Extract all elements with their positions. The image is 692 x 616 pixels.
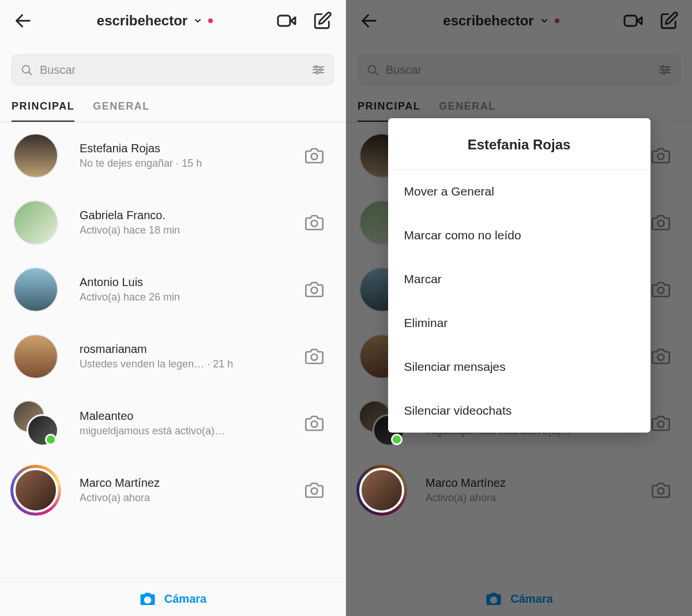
- conversation-timestamp: 21 h: [213, 358, 233, 370]
- filter-icon[interactable]: [311, 63, 325, 77]
- phone-direct-inbox-context: escribehector PRINCIPAL GENE: [346, 0, 692, 616]
- search-wrap: [0, 42, 345, 91]
- svg-point-3: [22, 66, 30, 73]
- conversation-subtitle: Activo(a) hace 26 min: [80, 291, 296, 303]
- svg-point-12: [311, 220, 318, 227]
- conversation-row[interactable]: Estefania RojasNo te dejes engañar · 15 …: [0, 122, 345, 189]
- svg-point-16: [311, 488, 318, 494]
- context-menu-item[interactable]: Marcar como no leído: [388, 213, 650, 257]
- conversation-timestamp: 15 h: [182, 157, 202, 169]
- phone-direct-inbox: escribehector PRINCIPAL GENE: [0, 0, 346, 616]
- conversation-name: rosmarianam: [80, 343, 296, 356]
- conversation-meta: rosmarianamUstedes venden la legen… · 21…: [80, 343, 296, 370]
- svg-marker-2: [291, 17, 296, 24]
- quick-camera-icon[interactable]: [305, 213, 333, 232]
- svg-point-8: [319, 69, 322, 71]
- search-input[interactable]: [40, 63, 304, 77]
- svg-point-6: [315, 66, 317, 68]
- quick-camera-icon[interactable]: [305, 147, 333, 165]
- conversation-subtitle: migueldjamous está activo(a)…: [80, 425, 296, 437]
- presence-dot-icon: [45, 434, 57, 445]
- avatar[interactable]: [13, 133, 59, 179]
- conversation-name: Marco Martínez: [80, 476, 296, 490]
- search-bar[interactable]: [12, 54, 334, 85]
- svg-point-10: [316, 72, 318, 74]
- svg-point-15: [311, 421, 318, 427]
- back-arrow-icon[interactable]: [13, 10, 33, 31]
- conversation-list: Estefania RojasNo te dejes engañar · 15 …: [0, 122, 345, 581]
- conversation-name: Antonio Luis: [80, 276, 296, 289]
- side-by-side-stage: escribehector PRINCIPAL GENE: [0, 0, 692, 616]
- username: escribehector: [97, 13, 187, 29]
- svg-line-4: [29, 72, 31, 74]
- quick-camera-icon[interactable]: [305, 347, 333, 366]
- account-switcher[interactable]: escribehector: [97, 13, 213, 29]
- conversation-name: Gabriela Franco.: [80, 209, 296, 222]
- conversation-row[interactable]: Maleanteomigueldjamous está activo(a)…: [0, 390, 345, 457]
- context-menu-item[interactable]: Marcar: [388, 257, 650, 301]
- presence-dot-icon: [391, 434, 403, 445]
- compose-icon[interactable]: [312, 10, 333, 31]
- conversation-row[interactable]: Antonio LuisActivo(a) hace 26 min: [0, 256, 345, 323]
- conversation-row[interactable]: Gabriela Franco.Activo(a) hace 18 min: [0, 189, 345, 256]
- conversation-row[interactable]: rosmarianamUstedes venden la legen… · 21…: [0, 323, 345, 390]
- context-menu-item[interactable]: Eliminar: [388, 301, 650, 345]
- topbar: escribehector: [0, 0, 345, 42]
- conversation-subtitle: Activo(a) hace 18 min: [80, 224, 296, 236]
- avatar[interactable]: [13, 400, 59, 446]
- svg-point-11: [311, 153, 318, 160]
- avatar[interactable]: [13, 266, 59, 313]
- tab-principal[interactable]: PRINCIPAL: [12, 100, 74, 122]
- context-menu-title: Estefania Rojas: [388, 118, 650, 169]
- svg-rect-1: [278, 16, 290, 26]
- camera-footer-label: Cámara: [164, 592, 206, 606]
- conversation-meta: Maleanteomigueldjamous está activo(a)…: [80, 410, 296, 437]
- context-menu: Estefania Rojas Mover a GeneralMarcar co…: [388, 118, 650, 433]
- tab-general[interactable]: GENERAL: [93, 100, 150, 122]
- conversation-subtitle: No te dejes engañar · 15 h: [80, 157, 296, 170]
- conversation-row[interactable]: Marco MartínezActivo(a) ahora: [0, 457, 345, 524]
- camera-footer[interactable]: Cámara: [0, 581, 345, 616]
- quick-camera-icon[interactable]: [305, 280, 333, 299]
- conversation-name: Estefania Rojas: [80, 142, 296, 155]
- conversation-meta: Gabriela Franco.Activo(a) hace 18 min: [80, 209, 296, 236]
- context-menu-item[interactable]: Silenciar mensajes: [388, 345, 650, 389]
- search-icon: [20, 63, 33, 76]
- topbar-actions: [276, 10, 333, 31]
- quick-camera-icon[interactable]: [305, 481, 333, 499]
- context-menu-item[interactable]: Mover a General: [388, 170, 650, 213]
- conversation-name: Maleanteo: [80, 410, 296, 423]
- tabs: PRINCIPAL GENERAL: [0, 91, 345, 122]
- camera-solid-icon: [139, 591, 156, 608]
- conversation-meta: Estefania RojasNo te dejes engañar · 15 …: [80, 142, 296, 170]
- context-menu-overlay[interactable]: Estefania Rojas Mover a GeneralMarcar co…: [346, 0, 692, 616]
- quick-camera-icon[interactable]: [305, 414, 333, 433]
- conversation-meta: Marco MartínezActivo(a) ahora: [80, 476, 296, 504]
- avatar[interactable]: [13, 333, 59, 380]
- context-menu-item[interactable]: Silenciar videochats: [388, 389, 650, 433]
- svg-point-17: [145, 598, 150, 602]
- svg-point-14: [311, 354, 318, 360]
- conversation-subtitle: Ustedes venden la legen… · 21 h: [80, 358, 296, 370]
- chevron-down-icon: [193, 16, 202, 25]
- avatar[interactable]: [13, 200, 59, 246]
- video-call-icon[interactable]: [276, 10, 297, 31]
- avatar[interactable]: [13, 467, 59, 513]
- conversation-meta: Antonio LuisActivo(a) hace 26 min: [80, 276, 296, 303]
- svg-point-13: [311, 287, 318, 294]
- conversation-subtitle: Activo(a) ahora: [80, 492, 296, 504]
- notification-dot-icon: [208, 18, 213, 23]
